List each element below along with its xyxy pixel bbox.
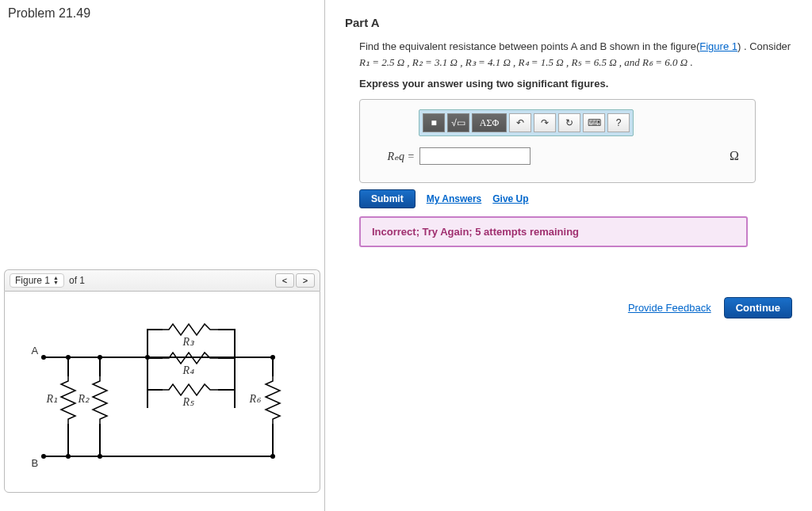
left-panel: Problem 21.49 Figure 1 ▲▼ of 1 < > — [0, 0, 325, 511]
give-up-link[interactable]: Give Up — [492, 193, 528, 204]
part-heading: Part A — [345, 16, 792, 29]
right-panel: Part A Find the equivalent resistance be… — [325, 0, 812, 511]
resistor-r6 — [262, 376, 283, 424]
keyboard-button[interactable]: ⌨ — [583, 113, 605, 132]
undo-button[interactable]: ↶ — [509, 113, 531, 132]
redo-button[interactable]: ↷ — [534, 113, 556, 132]
figure-selector[interactable]: Figure 1 ▲▼ — [10, 273, 64, 288]
answer-unit: Ω — [730, 149, 739, 163]
help-button[interactable]: ? — [607, 113, 630, 132]
stepper-icon: ▲▼ — [53, 276, 59, 285]
resistor-r1 — [58, 376, 79, 424]
fraction-button[interactable]: √▭ — [447, 113, 469, 132]
question-text: Find the equivalent resistance between p… — [359, 39, 792, 70]
equation-toolbar: ■ √▭ ΑΣΦ ↶ ↷ ↻ ⌨ ? — [419, 109, 634, 136]
figure-section: Figure 1 ▲▼ of 1 < > A — [4, 269, 320, 507]
resistor-values: R₁ = 2.5 Ω , R₂ = 3.1 Ω , R₃ = 4.1 Ω , R… — [359, 56, 693, 68]
submit-button[interactable]: Submit — [359, 189, 416, 208]
answer-label: Rₑq = — [371, 150, 415, 163]
circuit-diagram: A B R₁ R₂ — [20, 313, 305, 471]
answer-input[interactable] — [419, 147, 530, 165]
answer-box: ■ √▭ ΑΣΦ ↶ ↷ ↻ ⌨ ? Rₑq = Ω — [359, 99, 756, 183]
figure-of-text: of 1 — [69, 275, 85, 286]
figure-link[interactable]: Figure 1 — [699, 40, 737, 52]
feedback-message: Incorrect; Try Again; 5 attempts remaini… — [359, 216, 748, 247]
resistor-r2 — [90, 376, 110, 424]
figure-body: A B R₁ R₂ — [4, 291, 320, 493]
node-b-label: B — [32, 457, 39, 469]
figure-next-button[interactable]: > — [296, 273, 315, 288]
instruction-text: Express your answer using two significan… — [359, 78, 792, 90]
my-answers-link[interactable]: My Answers — [427, 193, 482, 204]
greek-button[interactable]: ΑΣΦ — [472, 113, 507, 132]
figure-header: Figure 1 ▲▼ of 1 < > — [4, 269, 320, 291]
node-a-label: A — [32, 345, 39, 357]
provide-feedback-link[interactable]: Provide Feedback — [628, 302, 711, 314]
figure-prev-button[interactable]: < — [275, 273, 294, 288]
reset-button[interactable]: ↻ — [558, 113, 580, 132]
continue-button[interactable]: Continue — [724, 297, 792, 318]
template-button[interactable]: ■ — [423, 113, 445, 132]
problem-title: Problem 21.49 — [0, 0, 324, 27]
